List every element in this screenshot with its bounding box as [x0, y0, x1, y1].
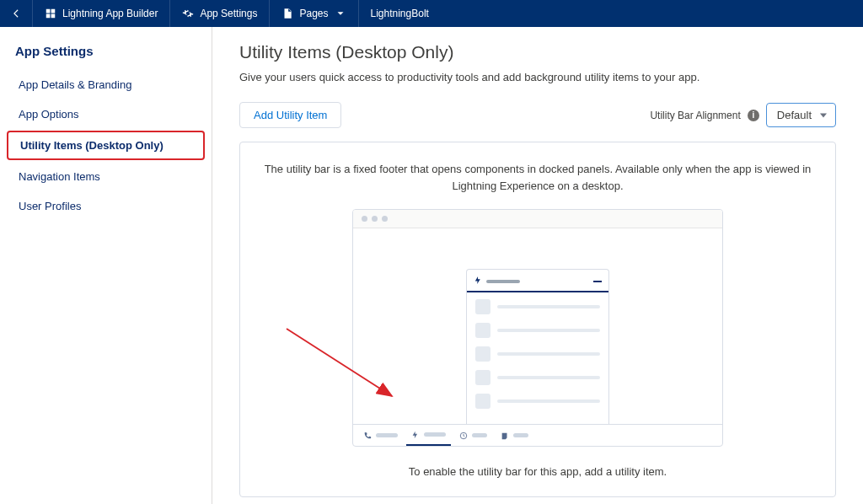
- utility-bar-illustration: [352, 209, 723, 447]
- mock-utility-note: [496, 425, 533, 446]
- arrow-left-icon: [10, 8, 22, 19]
- clock-icon: [459, 432, 468, 440]
- builder-name-tab[interactable]: Lightning App Builder: [33, 0, 170, 27]
- window-dot-icon: [362, 216, 367, 222]
- gear-icon: [182, 8, 194, 19]
- mock-docked-panel: [466, 269, 609, 424]
- alignment-select[interactable]: Default: [766, 103, 836, 127]
- lightning-icon: [474, 275, 483, 287]
- sidebar-item-navigation-items[interactable]: Navigation Items: [0, 162, 212, 191]
- alignment-label: Utility Bar Alignment: [650, 110, 740, 121]
- chevron-down-icon: [820, 113, 827, 117]
- sidebar-heading: App Settings: [0, 39, 212, 70]
- app-name-label: LightningBolt: [371, 8, 429, 19]
- mock-body-blank: [353, 228, 722, 269]
- back-button[interactable]: [0, 0, 33, 27]
- mock-utility-phone: [358, 425, 403, 446]
- chevron-down-icon: [335, 8, 346, 19]
- page-title: Utility Items (Desktop Only): [239, 42, 836, 62]
- page-subtitle: Give your users quick access to producti…: [239, 71, 836, 83]
- mock-utility-bar: [353, 424, 722, 446]
- pages-tab[interactable]: Pages: [270, 0, 358, 27]
- note-icon: [501, 432, 509, 440]
- lightning-icon: [411, 431, 420, 439]
- window-dot-icon: [382, 216, 388, 222]
- builder-icon: [45, 8, 56, 19]
- minimize-icon: [593, 281, 602, 282]
- mock-title-bar: [486, 280, 520, 283]
- app-settings-tab[interactable]: App Settings: [170, 0, 270, 27]
- mock-list-row: [475, 346, 600, 362]
- mock-list-row: [475, 299, 600, 314]
- sidebar-item-user-profiles[interactable]: User Profiles: [0, 191, 212, 221]
- pages-tab-label: Pages: [299, 8, 328, 19]
- sidebar-item-utility-items[interactable]: Utility Items (Desktop Only): [7, 131, 205, 160]
- mock-list-row: [475, 323, 600, 338]
- page-icon: [281, 8, 293, 19]
- panel-footnote: To enable the utility bar for this app, …: [259, 465, 817, 478]
- sidebar: App Settings App Details & Branding App …: [0, 27, 212, 504]
- builder-name-label: Lightning App Builder: [62, 8, 158, 19]
- app-name-tab[interactable]: LightningBolt: [359, 0, 441, 27]
- sidebar-item-app-details[interactable]: App Details & Branding: [0, 70, 212, 99]
- window-dot-icon: [372, 216, 378, 222]
- mock-list-row: [475, 394, 600, 409]
- mock-list-row: [475, 370, 600, 385]
- mock-utility-lightning: [406, 425, 451, 446]
- sidebar-item-app-options[interactable]: App Options: [0, 99, 212, 129]
- mock-browser-chrome: [353, 210, 722, 228]
- panel-description: The utility bar is a fixed footer that o…: [259, 161, 817, 194]
- app-settings-tab-label: App Settings: [200, 8, 257, 19]
- mock-utility-clock: [454, 425, 492, 446]
- add-utility-item-button[interactable]: Add Utility Item: [239, 102, 341, 128]
- info-panel: The utility bar is a fixed footer that o…: [239, 142, 836, 497]
- alignment-value: Default: [777, 109, 812, 121]
- info-icon[interactable]: i: [748, 110, 759, 121]
- phone-icon: [363, 432, 372, 440]
